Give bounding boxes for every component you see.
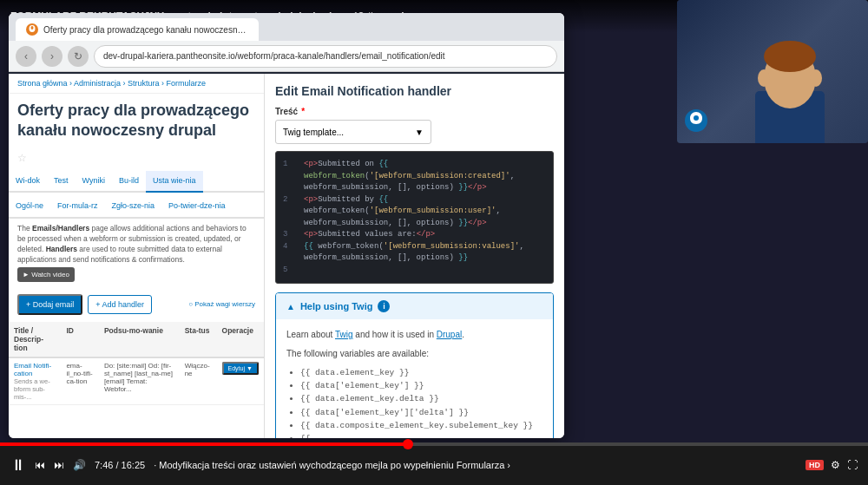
tab-ogolne[interactable]: Ogól-ne [9, 196, 50, 219]
skip-back-button[interactable]: ⏮ [35, 459, 45, 471]
edit-button[interactable]: Edytuj ▼ [222, 362, 259, 375]
tab-potwierdzenia[interactable]: Po-twier-dze-nia [161, 196, 233, 219]
svg-point-9 [694, 115, 699, 121]
progress-dot [403, 439, 413, 449]
help-body: Learn about Twig and how it is used in D… [276, 319, 553, 438]
tab-build[interactable]: Bu-ild [112, 171, 146, 193]
drupal-link[interactable]: Drupal [437, 330, 462, 339]
progress-bar[interactable] [0, 442, 868, 446]
edit-handler-title: Edit Email Notification handler [275, 84, 554, 98]
code-line-5: 5 [283, 265, 546, 277]
browser-tabs-bar: Oferty pracy dla prowadzącego kanału now… [9, 13, 564, 41]
browser-window: Oferty pracy dla prowadzącego kanału now… [9, 13, 564, 438]
help-toggle[interactable]: ▲ Help using Twig i [276, 293, 553, 319]
person-silhouette [729, 22, 851, 143]
tab-ustawienia[interactable]: Usta wie-nia [146, 171, 203, 193]
col-status: Sta-tus [180, 322, 217, 357]
code-line-4: 4 {{ webform_token('[webform_submission:… [283, 241, 546, 265]
list-item: {{ data['element_key'] }} [300, 379, 542, 392]
settings-button[interactable]: ⚙ [831, 459, 840, 471]
code-editor[interactable]: 1 <p>Submitted on {{ webform_token('[web… [275, 151, 554, 284]
list-item: {{ data.element_key.delta }} [300, 392, 542, 405]
webcam-video [677, 0, 868, 143]
variables-label: The following variables are available: [286, 347, 542, 361]
quality-badge: HD [806, 460, 824, 470]
chevron-down-icon: ▼ [247, 365, 253, 371]
help-info-icon[interactable]: i [378, 300, 390, 312]
action-buttons-row: + Dodaj email + Add handler ○ Pokaż wagi… [9, 287, 264, 322]
time-display: 7:46 / 16:25 [95, 460, 145, 470]
tab-zgloszenia[interactable]: Zgło-sze-nia [105, 196, 162, 219]
required-indicator: * [301, 107, 305, 116]
nav-tabs-secondary: Ogól-ne For-mula-rz Zgło-sze-nia Po-twie… [9, 196, 264, 219]
controls-row: ⏸ ⏮ ⏭ 🔊 7:46 / 16:25 · Modyfikacja treśc… [0, 446, 868, 484]
forward-button[interactable]: › [42, 46, 62, 67]
row-title-link[interactable]: Email Notifi-cation [14, 362, 51, 377]
code-line-2: 2 <p>Submitted by {{ webform_token('[web… [283, 194, 546, 230]
col-operacje: Operacje [217, 322, 264, 357]
list-item: {{ data.composite_element_key.subelement… [300, 419, 542, 432]
reload-button[interactable]: ↻ [68, 46, 89, 67]
add-email-button[interactable]: + Dodaj email [17, 294, 82, 315]
col-title: Title / Descrip-tion [9, 322, 61, 357]
twig-link[interactable]: Twig [335, 330, 353, 339]
help-section: ▲ Help using Twig i Learn about Twig and… [275, 292, 554, 438]
tab-formularz[interactable]: For-mula-rz [50, 196, 105, 219]
tab-title: Oferty pracy dla prowadzącego kanału now… [43, 25, 248, 35]
help-title: Help using Twig [300, 301, 373, 311]
left-panel: Strona główna › Administracja › Struktur… [9, 74, 265, 438]
description-text: The Emails/Handlers page allows addition… [9, 219, 264, 287]
fullscreen-button[interactable]: ⛶ [847, 459, 858, 471]
handlers-table: Title / Descrip-tion ID Podsu-mo-wanie S… [9, 322, 264, 405]
pause-button[interactable]: ⏸ [10, 456, 26, 475]
row-actions: Edytuj ▼ [217, 357, 264, 405]
svg-point-6 [758, 69, 770, 87]
page-title: Oferty pracy dla prowadzącego kanału now… [9, 94, 264, 148]
col-id: ID [61, 322, 98, 357]
nav-tabs-primary: Wi-dok Test Wyniki Bu-ild Usta wie-nia [9, 171, 264, 193]
progress-played [0, 442, 408, 446]
help-learn-text: Learn about Twig and how it is used in D… [286, 328, 542, 342]
row-id: ema-il_no-tifi-ca-tion [61, 357, 98, 405]
tab-test[interactable]: Test [47, 171, 76, 193]
code-line-3: 3 <p>Submitted values are:</p> [283, 229, 546, 241]
tab-widok[interactable]: Wi-dok [9, 171, 47, 193]
browser-tab[interactable]: Oferty pracy dla prowadzącego kanału now… [16, 18, 259, 41]
next-video-button[interactable]: ⏭ [54, 459, 64, 471]
watch-video-button[interactable]: ► Watch video [17, 267, 75, 282]
drupal-watermark [684, 108, 708, 136]
url-text: dev-drupal-kariera.pantheonsite.io/webfo… [103, 51, 445, 61]
twig-template-select[interactable]: Twig template... ▼ [275, 120, 431, 144]
variables-list: {{ data.element_key }} {{ data['element_… [300, 366, 542, 438]
list-item: {{ data.composite_element_key.delta.sube… [300, 432, 542, 438]
drupal-favicon [26, 23, 38, 36]
list-item: {{ data.element_key }} [300, 366, 542, 379]
chevron-down-icon: ▼ [415, 128, 424, 137]
table-row: Email Notifi-cation Sends a we-bform sub… [9, 357, 264, 405]
main-content: Strona główna › Administracja › Struktur… [9, 102, 564, 438]
col-summary: Podsu-mo-wanie [99, 322, 180, 357]
right-controls: HD ⚙ ⛶ [806, 459, 858, 471]
video-controls: ⏸ ⏮ ⏭ 🔊 7:46 / 16:25 · Modyfikacja treśc… [0, 442, 868, 485]
code-line-1: 1 <p>Submitted on {{ webform_token('[web… [283, 159, 546, 194]
right-panel: Edit Email Notification handler Treść * … [265, 74, 564, 438]
tab-wyniki[interactable]: Wyniki [76, 171, 112, 193]
volume-button[interactable]: 🔊 [73, 459, 86, 471]
content-field-label: Treść * [275, 107, 554, 116]
back-button[interactable]: ‹ [16, 46, 36, 67]
help-chevron-icon: ▲ [286, 302, 295, 311]
svg-point-7 [810, 69, 822, 87]
pokaz-wagi-button[interactable]: ○ Pokaż wagi wierszy [188, 300, 255, 308]
address-bar[interactable]: dev-drupal-kariera.pantheonsite.io/webfo… [94, 45, 557, 68]
add-handler-button[interactable]: + Add handler [88, 295, 152, 314]
row-status: Włączo-ne [180, 357, 217, 405]
star-rating[interactable]: ☆ [9, 148, 264, 167]
row-summary: Do: [site:mail] Od: [fir-st_name] [last_… [99, 357, 180, 405]
video-subtitle: · Modyfikacja treści oraz ustawień wycho… [154, 460, 797, 470]
webcam-overlay [677, 0, 868, 143]
row-title: Email Notifi-cation Sends a we-bform sub… [9, 357, 61, 405]
breadcrumb: Strona główna › Administracja › Struktur… [9, 74, 264, 94]
svg-point-5 [764, 41, 816, 72]
list-item: {{ data['element_key']['delta'] }} [300, 406, 542, 419]
svg-point-1 [31, 26, 34, 29]
